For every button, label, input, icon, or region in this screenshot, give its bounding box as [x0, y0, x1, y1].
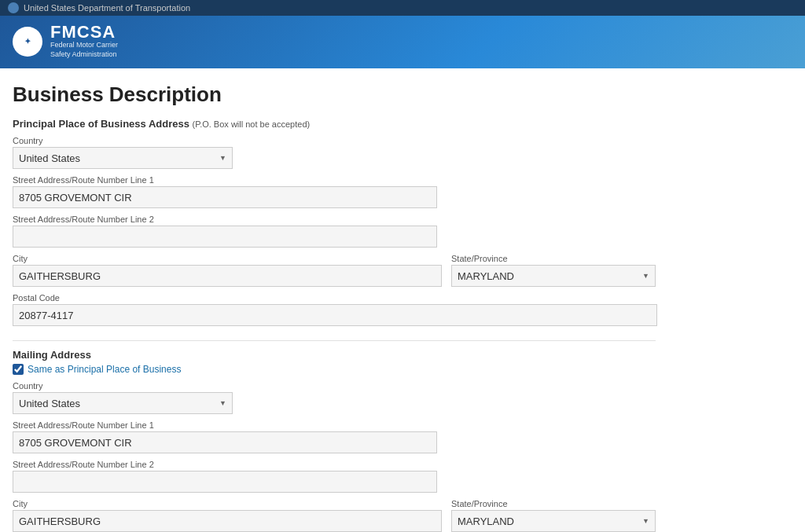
principal-country-label: Country [13, 136, 656, 145]
dot-icon [8, 2, 19, 13]
header: ✦ FMCSA Federal Motor CarrierSafety Admi… [0, 16, 805, 68]
principal-state-wrapper: MARYLAND ALABAMA ALASKA [451, 265, 656, 287]
principal-state-select[interactable]: MARYLAND ALABAMA ALASKA [451, 265, 656, 287]
principal-address-section: Principal Place of Business Address (P.O… [13, 118, 656, 326]
mailing-address-section: Mailing Address Same as Principal Place … [13, 349, 656, 532]
mailing-street1-label: Street Address/Route Number Line 1 [13, 420, 656, 430]
page-title: Business Description [13, 83, 656, 107]
main-content: Business Description Principal Place of … [0, 68, 668, 532]
logo-subtitle: Federal Motor CarrierSafety Administrati… [50, 41, 118, 59]
principal-section-note: (P.O. Box will not be accepted) [193, 119, 311, 129]
mailing-city-input[interactable] [13, 510, 442, 532]
principal-city-label: City [13, 254, 442, 263]
principal-postal-label: Postal Code [13, 293, 656, 303]
mailing-street1-input[interactable] [13, 431, 437, 453]
mailing-country-select[interactable]: United States Canada Mexico [13, 392, 233, 414]
mailing-state-wrapper: MARYLAND ALABAMA [451, 510, 656, 532]
same-as-checkbox[interactable] [13, 364, 24, 375]
principal-street2-label: Street Address/Route Number Line 2 [13, 215, 656, 224]
mailing-street2-input[interactable] [13, 471, 437, 493]
mailing-city-col: City [13, 493, 442, 532]
principal-city-state-row: City State/Province MARYLAND ALABAMA ALA… [13, 248, 656, 287]
mailing-country-wrapper: United States Canada Mexico [13, 392, 233, 414]
top-bar: United States Department of Transportati… [0, 0, 805, 16]
principal-street1-input[interactable] [13, 186, 437, 208]
mailing-state-select[interactable]: MARYLAND ALABAMA [451, 510, 656, 532]
principal-street1-label: Street Address/Route Number Line 1 [13, 175, 656, 185]
logo-circle: ✦ [13, 27, 42, 57]
principal-section-title: Principal Place of Business Address [13, 118, 189, 130]
mailing-city-state-row: City State/Province MARYLAND ALABAMA [13, 493, 656, 532]
principal-country-select[interactable]: United States Canada Mexico [13, 147, 233, 169]
principal-street2-input[interactable] [13, 226, 437, 248]
mailing-state-col: State/Province MARYLAND ALABAMA [451, 493, 656, 532]
same-as-checkbox-row: Same as Principal Place of Business [13, 364, 656, 375]
principal-postal-input[interactable] [13, 304, 657, 326]
mailing-country-label: Country [13, 381, 656, 391]
same-as-label[interactable]: Same as Principal Place of Business [28, 364, 181, 375]
logo-abbr: FMCSA [50, 24, 118, 41]
principal-city-input[interactable] [13, 265, 442, 287]
logo-text: FMCSA Federal Motor CarrierSafety Admini… [50, 24, 118, 59]
mailing-section-title: Mailing Address [13, 349, 656, 361]
principal-state-label: State/Province [451, 254, 656, 263]
logo-icon: ✦ [24, 38, 31, 46]
principal-state-col: State/Province MARYLAND ALABAMA ALASKA [451, 248, 656, 287]
mailing-street2-label: Street Address/Route Number Line 2 [13, 460, 656, 469]
mailing-city-label: City [13, 499, 442, 508]
mailing-state-label: State/Province [451, 499, 656, 508]
principal-country-wrapper: United States Canada Mexico [13, 147, 233, 169]
top-bar-text: United States Department of Transportati… [24, 3, 190, 13]
section-divider [13, 340, 656, 341]
logo-area: ✦ FMCSA Federal Motor CarrierSafety Admi… [13, 24, 118, 59]
principal-city-col: City [13, 248, 442, 287]
